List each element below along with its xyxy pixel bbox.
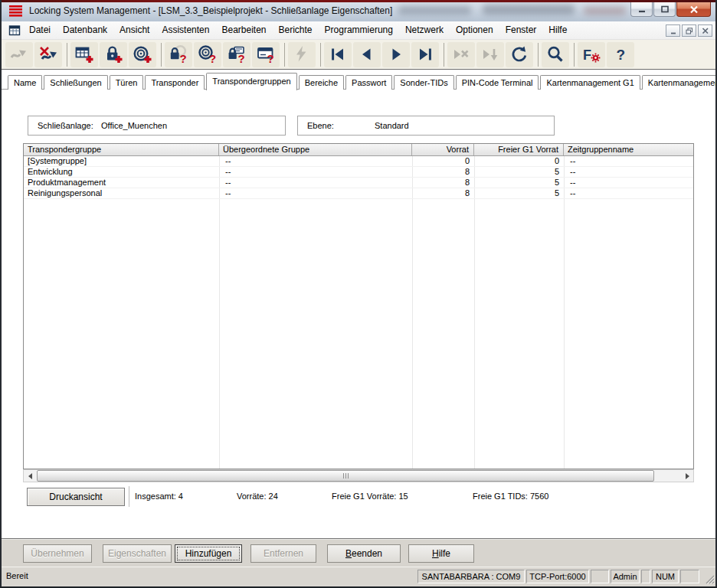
menu-optionen[interactable]: Optionen xyxy=(450,21,499,40)
svg-text:?: ? xyxy=(238,52,245,64)
cell-group-name: Produktmanagement xyxy=(24,178,219,188)
thumb-grip-icon xyxy=(345,473,346,479)
read-lock-network-button[interactable]: ? xyxy=(223,42,250,67)
cancel-record-icon xyxy=(451,44,471,64)
tab-sonder-tids[interactable]: Sonder-TIDs xyxy=(394,75,453,90)
help-dialog-button[interactable]: Hilfe xyxy=(408,544,474,563)
column-header-transpondergruppe[interactable]: Transpondergruppe xyxy=(24,144,219,155)
menu-bearbeiten[interactable]: Bearbeiten xyxy=(215,21,272,40)
next-record-icon xyxy=(386,44,406,64)
menu-datenbank[interactable]: Datenbank xyxy=(57,21,113,40)
search-icon xyxy=(545,44,565,64)
mdi-restore-button[interactable] xyxy=(682,24,696,37)
scroll-left-button[interactable] xyxy=(24,470,36,482)
table-row[interactable]: Produktmanagement -- 8 5 -- xyxy=(24,178,693,188)
maximize-button[interactable] xyxy=(653,2,676,17)
read-lock-button[interactable]: ? xyxy=(165,42,192,67)
read-terminal-button[interactable]: ? xyxy=(252,42,280,67)
svg-text:?: ? xyxy=(209,52,216,64)
cell-group-name: Reinigungspersonal xyxy=(24,188,219,198)
tab-page: Name Schließungen Türen Transponder Tran… xyxy=(0,70,717,538)
menu-programmierung[interactable]: Programmierung xyxy=(319,21,399,40)
tab-passwort[interactable]: Passwort xyxy=(345,75,392,90)
tab-transponder[interactable]: Transponder xyxy=(145,75,205,90)
menu-datei[interactable]: Datei xyxy=(23,21,57,40)
disconnect-button[interactable] xyxy=(34,42,62,67)
status-tcp-panel: TCP-Port:6000 xyxy=(526,570,589,583)
first-record-button[interactable] xyxy=(324,42,352,67)
cell-vorrat: 0 xyxy=(412,156,474,166)
tab-schliessungen[interactable]: Schließungen xyxy=(44,75,107,90)
maximize-icon xyxy=(660,5,670,13)
tab-tueren[interactable]: Türen xyxy=(110,75,144,90)
menu-assistenten[interactable]: Assistenten xyxy=(156,21,215,40)
scrollbar-thumb[interactable] xyxy=(37,470,654,482)
filter-settings-button[interactable]: F xyxy=(578,42,605,67)
remove-button: Entfernen xyxy=(250,544,316,563)
cell-freier-g1-vorrat: 5 xyxy=(474,178,564,188)
print-view-button[interactable]: Druckansicht xyxy=(27,488,125,506)
quit-button[interactable]: Beenden xyxy=(327,544,401,563)
cell-zeitgruppenname: -- xyxy=(564,156,693,166)
toolbar-separator xyxy=(444,43,444,67)
tab-transpondergruppen[interactable]: Transpondergruppen xyxy=(206,73,296,90)
connect-arrow-icon xyxy=(9,44,29,64)
apply-button: Übernehmen xyxy=(23,544,92,563)
read-lock-network-icon: ? xyxy=(227,44,247,64)
search-button[interactable] xyxy=(542,42,569,67)
add-button[interactable]: Hinzufügen xyxy=(175,544,242,563)
horizontal-scrollbar[interactable] xyxy=(23,469,694,482)
table-row[interactable]: [Systemgruppe] -- 0 0 -- xyxy=(24,156,693,167)
scroll-right-button[interactable] xyxy=(681,470,693,482)
cell-parent-group: -- xyxy=(219,188,412,198)
cell-freier-g1-vorrat: 5 xyxy=(474,167,564,177)
resize-grip[interactable] xyxy=(705,574,715,586)
next-record-button[interactable] xyxy=(382,42,410,67)
minimize-button[interactable] xyxy=(630,2,653,17)
properties-button: Eigenschaften xyxy=(103,544,172,563)
new-lock-button[interactable] xyxy=(100,42,127,67)
tab-strip: Name Schließungen Türen Transponder Tran… xyxy=(0,72,717,90)
prev-record-button[interactable] xyxy=(353,42,381,67)
menu-ansicht[interactable]: Ansicht xyxy=(113,21,156,40)
new-locking-system-button[interactable] xyxy=(70,42,98,67)
column-header-zeitgruppenname[interactable]: Zeitgruppenname xyxy=(564,144,693,155)
menu-bar: Datei Datenbank Ansicht Assistenten Bear… xyxy=(0,21,717,40)
grid-line xyxy=(564,156,565,469)
menu-berichte[interactable]: Berichte xyxy=(273,21,319,40)
summary-stocks: Vorräte: 24 xyxy=(237,492,278,501)
last-record-button[interactable] xyxy=(411,42,439,67)
status-ready-text: Bereit xyxy=(6,571,28,580)
menu-fenster[interactable]: Fenster xyxy=(499,21,543,40)
refresh-button[interactable] xyxy=(506,42,533,67)
cell-vorrat: 8 xyxy=(412,178,474,188)
column-header-uebergeordnete-gruppe[interactable]: Übergeordnete Gruppe xyxy=(219,144,412,155)
tab-pin-code-terminal[interactable]: PIN-Code Terminal xyxy=(456,75,539,90)
mdi-close-button[interactable] xyxy=(698,24,712,37)
table-row[interactable]: Entwicklung -- 8 5 -- xyxy=(24,167,693,178)
menu-netzwerk[interactable]: Netzwerk xyxy=(399,21,450,40)
summary-free-tids: Freie G1 TIDs: 7560 xyxy=(473,492,548,501)
new-transponder-button[interactable] xyxy=(129,42,156,67)
tab-bereiche[interactable]: Bereiche xyxy=(299,75,344,90)
status-user-panel: Admin xyxy=(611,570,640,583)
status-server-panel: SANTABARBARA : COM9 xyxy=(417,570,525,583)
titlebar-reflection xyxy=(398,6,471,15)
close-button[interactable] xyxy=(676,2,711,17)
cell-vorrat: 8 xyxy=(412,167,474,177)
close-icon xyxy=(689,5,699,14)
column-header-freier-g1-vorrat[interactable]: Freier G1 Vorrat xyxy=(474,144,564,155)
level-value: Standard xyxy=(375,121,409,130)
tab-kartenmanagement-g2[interactable]: Kartenmanagement G2 xyxy=(642,75,717,90)
help-button[interactable]: ? xyxy=(607,42,634,67)
table-row[interactable]: Reinigungspersonal -- 8 5 -- xyxy=(24,188,693,199)
read-transponder-button[interactable]: ? xyxy=(194,42,221,67)
tab-name[interactable]: Name xyxy=(8,75,42,90)
tab-kartenmanagement-g1[interactable]: Kartenmanagement G1 xyxy=(540,75,640,90)
column-header-vorrat[interactable]: Vorrat xyxy=(412,144,474,155)
toolbar-separator xyxy=(161,43,162,67)
toolbar-separator xyxy=(67,43,67,67)
mdi-minimize-button[interactable] xyxy=(666,24,680,37)
window-title: Locking System Management - [LSM_3.3_Bei… xyxy=(29,5,392,16)
menu-hilfe[interactable]: Hilfe xyxy=(542,21,573,40)
